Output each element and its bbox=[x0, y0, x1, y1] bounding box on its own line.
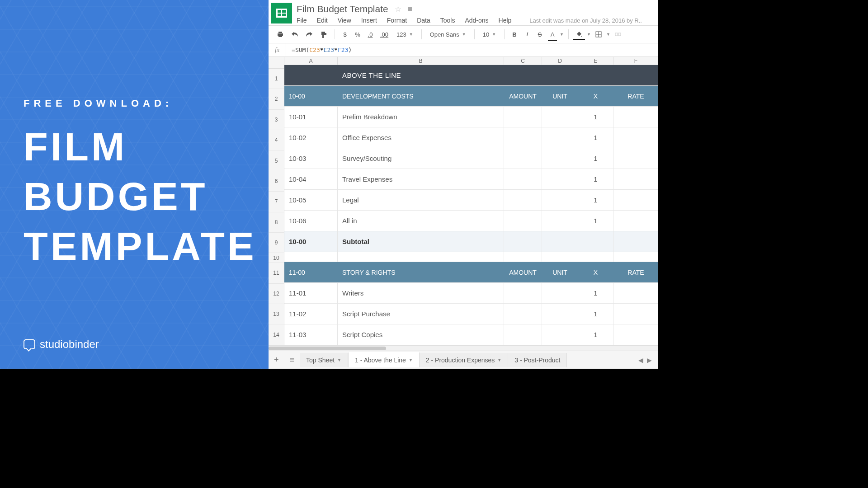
cell[interactable]: 1 bbox=[578, 169, 613, 189]
cell[interactable] bbox=[504, 190, 542, 210]
cell[interactable]: X bbox=[578, 262, 613, 282]
strikethrough-button[interactable]: S bbox=[534, 29, 545, 40]
cell[interactable] bbox=[613, 169, 658, 189]
cell[interactable] bbox=[613, 324, 658, 345]
tab-scroll-left-icon[interactable]: ◀ bbox=[638, 357, 643, 364]
cell[interactable] bbox=[542, 127, 578, 148]
menu-tools[interactable]: Tools bbox=[440, 17, 455, 24]
cell[interactable] bbox=[613, 231, 658, 252]
format-more[interactable]: 123▼ bbox=[393, 31, 417, 38]
undo-icon[interactable] bbox=[288, 29, 301, 39]
chevron-down-icon[interactable]: ▼ bbox=[587, 32, 591, 37]
italic-button[interactable]: I bbox=[522, 29, 533, 40]
cell[interactable] bbox=[504, 65, 542, 85]
cell[interactable]: 10-04 bbox=[284, 169, 338, 189]
merge-cells-icon[interactable] bbox=[612, 29, 624, 39]
cell[interactable]: 10-03 bbox=[284, 148, 338, 169]
col-header[interactable]: B bbox=[338, 57, 504, 65]
cell[interactable] bbox=[613, 65, 658, 85]
cell[interactable]: DEVELOPMENT COSTS bbox=[338, 86, 504, 106]
cell[interactable]: UNIT bbox=[542, 86, 578, 106]
cell[interactable]: Prelim Breakdown bbox=[338, 107, 504, 127]
cell[interactable]: 10-01 bbox=[284, 107, 338, 127]
cell[interactable] bbox=[504, 148, 542, 169]
cell[interactable]: Script Copies bbox=[338, 324, 504, 345]
all-sheets-icon[interactable]: ≡ bbox=[284, 355, 300, 365]
fill-color-icon[interactable] bbox=[573, 29, 585, 39]
cell[interactable] bbox=[504, 169, 542, 189]
row-header[interactable]: 8 bbox=[269, 212, 284, 233]
cell[interactable]: Writers bbox=[338, 283, 504, 303]
cell[interactable]: Travel Expenses bbox=[338, 169, 504, 189]
row-header[interactable]: 5 bbox=[269, 150, 284, 171]
decrease-decimal[interactable]: .0 bbox=[365, 29, 376, 40]
cell[interactable]: AMOUNT bbox=[504, 86, 542, 106]
row-header[interactable]: 9 bbox=[269, 233, 284, 253]
row-header[interactable]: 6 bbox=[269, 171, 284, 192]
cell[interactable]: 10-00 bbox=[284, 86, 338, 106]
row-header[interactable]: 7 bbox=[269, 192, 284, 212]
cell[interactable] bbox=[613, 304, 658, 324]
sheets-app-icon[interactable] bbox=[271, 3, 292, 23]
cell[interactable]: STORY & RIGHTS bbox=[338, 262, 504, 282]
menu-data[interactable]: Data bbox=[417, 17, 430, 24]
format-currency[interactable]: $ bbox=[340, 29, 350, 40]
cell[interactable]: X bbox=[578, 86, 613, 106]
folder-icon[interactable]: ■ bbox=[408, 5, 412, 14]
col-header[interactable]: F bbox=[613, 57, 658, 65]
cell[interactable]: Office Expenses bbox=[338, 127, 504, 148]
menu-help[interactable]: Help bbox=[499, 17, 512, 24]
cell[interactable] bbox=[542, 190, 578, 210]
text-color-button[interactable]: A bbox=[547, 29, 558, 40]
row-header[interactable]: 1 bbox=[269, 69, 284, 89]
cell[interactable] bbox=[542, 107, 578, 127]
cell[interactable]: 10-02 bbox=[284, 127, 338, 148]
row-header[interactable]: 2 bbox=[269, 89, 284, 109]
cell[interactable] bbox=[542, 211, 578, 231]
menu-view[interactable]: View bbox=[338, 17, 351, 24]
row-header[interactable]: 3 bbox=[269, 110, 284, 130]
cell[interactable] bbox=[504, 211, 542, 231]
tab-scroll-right-icon[interactable]: ▶ bbox=[647, 357, 652, 364]
cell[interactable] bbox=[613, 211, 658, 231]
borders-icon[interactable] bbox=[593, 29, 604, 39]
cell[interactable] bbox=[578, 65, 613, 85]
sheet-tab[interactable]: 2 - Production Expenses▼ bbox=[420, 353, 508, 367]
cell[interactable] bbox=[504, 107, 542, 127]
cell[interactable] bbox=[542, 304, 578, 324]
cell[interactable]: 10-00 bbox=[284, 231, 338, 252]
cell[interactable] bbox=[613, 283, 658, 303]
col-header[interactable]: E bbox=[578, 57, 613, 65]
cell[interactable]: Subtotal bbox=[338, 231, 504, 252]
cell[interactable] bbox=[613, 190, 658, 210]
cell[interactable] bbox=[338, 252, 504, 262]
col-header[interactable]: C bbox=[504, 57, 542, 65]
select-all-corner[interactable] bbox=[269, 57, 284, 69]
row-header[interactable]: 12 bbox=[269, 284, 284, 304]
cell[interactable] bbox=[578, 252, 613, 262]
redo-icon[interactable] bbox=[303, 29, 316, 39]
row-header[interactable]: 10 bbox=[269, 253, 284, 263]
cell[interactable]: 1 bbox=[578, 107, 613, 127]
sheet-tab[interactable]: 3 - Post-Product bbox=[508, 353, 567, 367]
menu-file[interactable]: File bbox=[297, 17, 307, 24]
col-header[interactable]: A bbox=[284, 57, 338, 65]
row-header[interactable]: 11 bbox=[269, 263, 284, 283]
cell[interactable]: 11-03 bbox=[284, 324, 338, 345]
cell[interactable]: 1 bbox=[578, 190, 613, 210]
cell[interactable]: Survey/Scouting bbox=[338, 148, 504, 169]
cell[interactable] bbox=[284, 65, 338, 85]
cell[interactable] bbox=[613, 107, 658, 127]
cell[interactable]: RATE bbox=[613, 86, 658, 106]
cell[interactable] bbox=[504, 231, 542, 252]
paint-format-icon[interactable] bbox=[317, 29, 330, 40]
sheet-tab[interactable]: Top Sheet▼ bbox=[300, 353, 348, 367]
cell[interactable]: RATE bbox=[613, 262, 658, 282]
cell[interactable]: Legal bbox=[338, 190, 504, 210]
menu-edit[interactable]: Edit bbox=[317, 17, 328, 24]
cell[interactable] bbox=[284, 252, 338, 262]
cell[interactable]: 11-00 bbox=[284, 262, 338, 282]
cell[interactable]: 1 bbox=[578, 211, 613, 231]
row-header[interactable]: 14 bbox=[269, 324, 284, 345]
cell[interactable]: 1 bbox=[578, 127, 613, 148]
